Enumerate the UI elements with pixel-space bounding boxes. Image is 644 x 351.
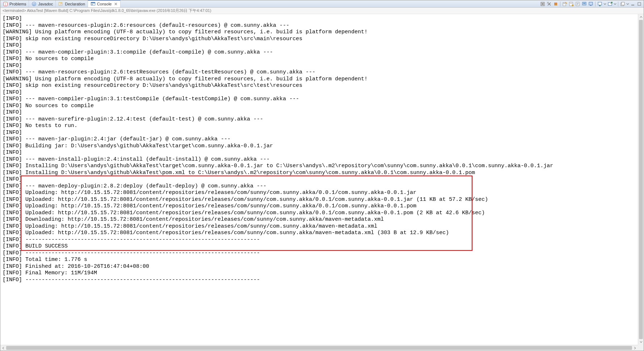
declaration-icon bbox=[58, 1, 63, 7]
scroll-lock-button[interactable] bbox=[568, 1, 574, 7]
open-console-button[interactable] bbox=[607, 1, 613, 7]
separator bbox=[618, 1, 618, 7]
console-output[interactable]: [INFO][INFO] --- maven-resources-plugin:… bbox=[0, 14, 638, 345]
console-line: [INFO] Uploaded: http://10.15.15.72:8081… bbox=[3, 196, 636, 203]
svg-rect-29 bbox=[622, 2, 624, 5]
console-line: [INFO] --- maven-surefire-plugin:2.12.4:… bbox=[3, 116, 636, 123]
svg-rect-26 bbox=[598, 2, 602, 5]
minimize-view-button[interactable] bbox=[630, 1, 636, 7]
console-line: [INFO] Final Memory: 11M/194M bbox=[3, 270, 636, 277]
scrollbar-corner bbox=[638, 345, 644, 351]
scroll-right-icon[interactable] bbox=[632, 345, 638, 351]
console-line: [WARNING] Using platform encoding (UTF-8… bbox=[3, 29, 636, 36]
console-line: [INFO] Uploading: http://10.15.15.72:808… bbox=[3, 203, 636, 210]
console-line: [INFO] Downloading: http://10.15.15.72:8… bbox=[3, 216, 636, 223]
scrollbar-thumb[interactable] bbox=[6, 346, 632, 350]
close-icon[interactable] bbox=[114, 2, 118, 6]
svg-rect-11 bbox=[92, 5, 93, 5]
chevron-down-icon[interactable] bbox=[626, 1, 629, 7]
console-line: [INFO] No sources to compile bbox=[3, 56, 636, 63]
clear-console-button[interactable] bbox=[562, 1, 568, 7]
svg-rect-13 bbox=[554, 3, 557, 5]
tab-problems[interactable]: ! Problems bbox=[0, 0, 29, 7]
console-line: [INFO] --- maven-install-plugin:2.4:inst… bbox=[3, 156, 636, 163]
console-line: [INFO] --- maven-jar-plugin:2.4:jar (def… bbox=[3, 136, 636, 143]
console-line: [INFO] skip non existing resourceDirecto… bbox=[3, 36, 636, 43]
display-selected-console-button[interactable] bbox=[597, 1, 603, 7]
new-console-view-button[interactable] bbox=[620, 1, 626, 7]
scrollbar-track[interactable] bbox=[638, 20, 644, 339]
console-line: [INFO] Installing D:\Users\andys\github\… bbox=[3, 163, 636, 170]
tab-label: Declaration bbox=[65, 2, 85, 6]
console-line: [INFO] --- maven-resources-plugin:2.6:te… bbox=[3, 69, 636, 76]
svg-rect-31 bbox=[638, 3, 641, 5]
scroll-up-icon[interactable] bbox=[638, 14, 644, 20]
console-line: [INFO] BUILD SUCCESS bbox=[3, 243, 636, 250]
javadoc-icon: @ bbox=[31, 1, 37, 7]
svg-rect-9 bbox=[91, 2, 95, 3]
eclipse-console-view: ! Problems @ Javadoc Declaration Console bbox=[0, 0, 644, 351]
svg-rect-24 bbox=[583, 4, 585, 4]
terminate-button[interactable] bbox=[553, 1, 559, 7]
svg-rect-7 bbox=[60, 4, 61, 5]
console-line: [INFO] ---------------------------------… bbox=[3, 277, 636, 284]
console-line: [INFO] skip non existing resourceDirecto… bbox=[3, 83, 636, 89]
svg-rect-19 bbox=[570, 4, 572, 4]
tab-label: Problems bbox=[9, 2, 26, 6]
console-line: [INFO] bbox=[3, 16, 636, 22]
scrollbar-track[interactable] bbox=[6, 345, 632, 351]
tab-label: Console bbox=[97, 2, 111, 6]
tab-declaration[interactable]: Declaration bbox=[56, 0, 88, 7]
console-line: [INFO] ---------------------------------… bbox=[3, 250, 636, 257]
process-label-text: <terminated> AkkaTest [Maven Build] C:\P… bbox=[3, 8, 211, 13]
svg-text:!: ! bbox=[5, 2, 6, 6]
console-toolbar bbox=[540, 0, 642, 7]
console-line: [INFO] Uploaded: http://10.15.15.72:8081… bbox=[3, 210, 636, 217]
remove-all-terminated-button[interactable] bbox=[546, 1, 552, 7]
console-line: [INFO] bbox=[3, 149, 636, 156]
horizontal-scrollbar[interactable] bbox=[0, 345, 638, 351]
console-line: [INFO] Installing D:\Users\andys\github\… bbox=[3, 170, 636, 177]
chevron-down-icon[interactable] bbox=[603, 1, 606, 7]
show-when-stdout-button[interactable] bbox=[588, 1, 594, 7]
view-tabstrip: ! Problems @ Javadoc Declaration Console bbox=[0, 0, 644, 8]
svg-rect-5 bbox=[60, 3, 62, 3]
console-line: [INFO] bbox=[3, 176, 636, 183]
console-line: [INFO] Uploading: http://10.15.15.72:808… bbox=[3, 223, 636, 230]
svg-rect-15 bbox=[563, 3, 565, 3]
maximize-view-button[interactable] bbox=[636, 1, 642, 7]
word-wrap-button[interactable] bbox=[575, 1, 581, 7]
console-line: [INFO] Uploaded: http://10.15.15.72:8081… bbox=[3, 230, 636, 237]
console-line: [INFO] Finished at: 2016-10-26T16:47:04+… bbox=[3, 263, 636, 270]
console-line: [INFO] --- maven-compiler-plugin:3.1:tes… bbox=[3, 96, 636, 103]
tab-javadoc[interactable]: @ Javadoc bbox=[29, 0, 56, 7]
svg-point-20 bbox=[572, 4, 574, 6]
console-line: [INFO] --- maven-resources-plugin:2.6:re… bbox=[3, 22, 636, 29]
svg-rect-16 bbox=[563, 4, 565, 4]
remove-launch-button[interactable] bbox=[540, 1, 546, 7]
console-line: [INFO] Total time: 1.776 s bbox=[3, 257, 636, 263]
chevron-down-icon[interactable] bbox=[614, 1, 616, 7]
console-line: [WARNING] Using platform encoding (UTF-8… bbox=[3, 76, 636, 83]
separator bbox=[595, 1, 595, 7]
tab-console[interactable]: Console bbox=[88, 0, 121, 7]
pin-console-button[interactable] bbox=[581, 1, 587, 7]
svg-rect-23 bbox=[583, 3, 585, 3]
separator bbox=[560, 1, 560, 7]
vertical-scrollbar[interactable] bbox=[638, 14, 644, 345]
console-body-wrapper: [INFO][INFO] --- maven-resources-plugin:… bbox=[0, 14, 644, 351]
console-line: [INFO] No sources to compile bbox=[3, 103, 636, 110]
scroll-down-icon[interactable] bbox=[638, 339, 644, 345]
scroll-left-icon[interactable] bbox=[0, 345, 6, 351]
console-line: [INFO] --- maven-compiler-plugin:3.1:com… bbox=[3, 49, 636, 56]
console-line: [INFO] bbox=[3, 63, 636, 69]
console-line: [INFO] ---------------------------------… bbox=[3, 237, 636, 244]
console-line: [INFO] bbox=[3, 42, 636, 49]
console-line: [INFO] bbox=[3, 109, 636, 116]
console-line: [INFO] --- maven-deploy-plugin:2.8.2:dep… bbox=[3, 183, 636, 190]
svg-rect-10 bbox=[92, 4, 93, 4]
scrollbar-thumb[interactable] bbox=[639, 20, 643, 339]
console-line: [INFO] Building jar: D:\Users\andys\gith… bbox=[3, 143, 636, 150]
console-line: [INFO] bbox=[3, 130, 636, 136]
svg-rect-25 bbox=[589, 2, 593, 5]
